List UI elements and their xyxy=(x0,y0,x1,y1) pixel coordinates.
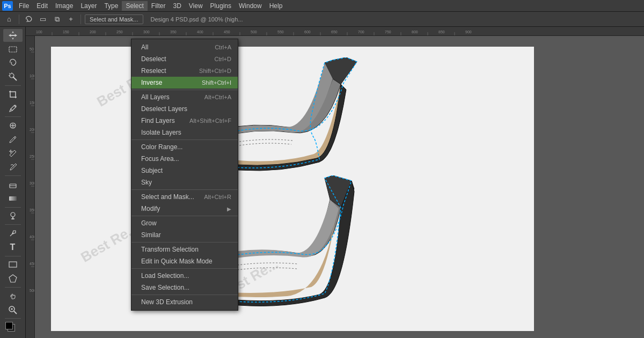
svg-text:250: 250 xyxy=(30,155,35,158)
toolbar-top: ⌂ ▭ ⧉ + Select and Mask... Design 4 PSD.… xyxy=(0,12,644,27)
ruler-horizontal: 100 150 200 250 300 350 400 450 500 550 … xyxy=(26,27,644,36)
healing-brush-tool[interactable] xyxy=(3,119,23,132)
crop-tool[interactable] xyxy=(3,88,23,101)
svg-text:150: 150 xyxy=(30,101,35,105)
svg-text:850: 850 xyxy=(438,30,445,34)
menu-select[interactable]: Select xyxy=(122,1,147,11)
custom-shape-tool[interactable] xyxy=(3,272,23,285)
eraser-tool[interactable] xyxy=(3,178,23,191)
menu-item-all-layers[interactable]: All Layers Alt+Ctrl+A xyxy=(131,91,238,103)
dodge-tool[interactable] xyxy=(3,210,23,223)
svg-text:750: 750 xyxy=(385,30,391,34)
text-tool[interactable]: T xyxy=(3,241,23,254)
menu-item-reselect[interactable]: Reselect Shift+Ctrl+D xyxy=(131,65,238,77)
menu-item-find-layers[interactable]: Find Layers Alt+Shift+Ctrl+F xyxy=(131,115,238,127)
select-dropdown-menu: All Ctrl+A Deselect Ctrl+D Reselect Shif… xyxy=(131,39,238,311)
menu-file[interactable]: File xyxy=(15,1,33,11)
menu-item-transform-selection[interactable]: Transform Selection xyxy=(131,244,238,255)
svg-text:650: 650 xyxy=(331,30,338,34)
hand-tool[interactable] xyxy=(3,290,23,303)
add-anchor-btn[interactable]: + xyxy=(65,13,77,25)
move-tool[interactable] xyxy=(3,29,23,42)
svg-text:350: 350 xyxy=(170,30,177,34)
menu-item-select-and-mask[interactable]: Select and Mask... Alt+Ctrl+R xyxy=(131,191,238,203)
menu-item-isolate-layers[interactable]: Isolate Layers xyxy=(131,127,238,138)
move-tool-btn[interactable]: ⧉ xyxy=(51,13,63,25)
menu-item-inverse[interactable]: Inverse Shift+Ctrl+I xyxy=(131,77,238,89)
menu-item-color-range[interactable]: Color Range... xyxy=(131,141,238,153)
toolbar-separator xyxy=(19,14,19,24)
rect-select-btn[interactable]: ▭ xyxy=(37,13,49,25)
pen-tool[interactable] xyxy=(3,227,23,240)
menu-bar: Ps File Edit Image Layer Type Select Fil… xyxy=(0,0,644,12)
tool-separator-7 xyxy=(5,287,21,288)
menu-item-focus-area[interactable]: Focus Area... xyxy=(131,153,238,165)
tool-separator-3 xyxy=(5,175,21,176)
svg-marker-1 xyxy=(9,31,17,40)
magic-wand-tool[interactable] xyxy=(3,70,23,83)
svg-rect-20 xyxy=(9,262,17,267)
menu-section-2: All Layers Alt+Ctrl+A Deselect Layers Fi… xyxy=(131,90,238,140)
clone-stamp-tool[interactable] xyxy=(3,147,23,160)
menu-item-load-selection[interactable]: Load Selection... xyxy=(131,270,238,282)
lasso-tool-btn[interactable] xyxy=(23,13,35,25)
svg-text:500: 500 xyxy=(30,289,35,292)
tool-separator-5 xyxy=(5,224,21,225)
lasso-tool[interactable] xyxy=(3,57,23,70)
menu-help[interactable]: Help xyxy=(266,1,287,11)
home-button[interactable]: ⌂ xyxy=(3,13,15,25)
menu-3d[interactable]: 3D xyxy=(169,1,185,11)
menu-item-all[interactable]: All Ctrl+A xyxy=(131,41,238,53)
tool-separator-6 xyxy=(5,256,21,256)
zoom-tool[interactable] xyxy=(3,304,23,317)
rectangle-shape-tool[interactable] xyxy=(3,259,23,271)
menu-layer[interactable]: Layer xyxy=(77,1,100,11)
svg-point-4 xyxy=(10,74,14,78)
svg-point-16 xyxy=(11,212,15,217)
doc-info: Design 4 PSD.psd @ 100% (high... xyxy=(151,16,243,23)
svg-text:550: 550 xyxy=(277,30,284,34)
menu-item-modify[interactable]: Modify ▶ xyxy=(131,203,238,215)
menu-item-deselect[interactable]: Deselect Ctrl+D xyxy=(131,53,238,65)
svg-line-23 xyxy=(14,311,17,314)
menu-item-quick-mask[interactable]: Edit in Quick Mask Mode xyxy=(131,255,238,267)
foreground-color xyxy=(5,322,13,329)
menu-item-new-3d-extrusion[interactable]: New 3D Extrusion xyxy=(131,296,238,308)
svg-text:350: 350 xyxy=(30,208,35,212)
gradient-tool[interactable] xyxy=(3,192,23,205)
menu-plugins[interactable]: Plugins xyxy=(207,1,235,11)
brush-tool[interactable] xyxy=(3,133,23,146)
menu-item-similar[interactable]: Similar xyxy=(131,229,238,241)
menu-view[interactable]: View xyxy=(185,1,207,11)
svg-text:900: 900 xyxy=(465,30,472,34)
toolbar-separator-2 xyxy=(80,14,81,24)
svg-text:700: 700 xyxy=(358,30,364,34)
history-brush-tool[interactable] xyxy=(3,161,23,174)
rectangular-marquee-tool[interactable] xyxy=(3,43,23,56)
color-swatches[interactable] xyxy=(4,322,21,335)
menu-section-5: Grow Similar xyxy=(131,216,238,243)
menu-section-4: Select and Mask... Alt+Ctrl+R Modify ▶ xyxy=(131,190,238,216)
svg-text:250: 250 xyxy=(116,30,123,34)
menu-section-7: Load Selection... Save Selection... xyxy=(131,269,238,295)
tool-separator-8 xyxy=(5,318,21,319)
menu-type[interactable]: Type xyxy=(100,1,122,11)
menu-edit[interactable]: Edit xyxy=(33,1,52,11)
menu-section-6: Transform Selection Edit in Quick Mask M… xyxy=(131,243,238,269)
menu-item-save-selection[interactable]: Save Selection... xyxy=(131,282,238,293)
select-mask-button[interactable]: Select and Mask... xyxy=(85,14,143,24)
menu-image[interactable]: Image xyxy=(52,1,77,11)
eyedropper-tool[interactable] xyxy=(3,102,23,115)
svg-text:600: 600 xyxy=(304,30,311,34)
menu-item-subject[interactable]: Subject xyxy=(131,165,238,177)
menu-item-deselect-layers[interactable]: Deselect Layers xyxy=(131,103,238,115)
svg-text:50: 50 xyxy=(30,47,34,51)
left-toolbar: T xyxy=(0,27,26,338)
svg-text:200: 200 xyxy=(30,128,35,131)
menu-item-grow[interactable]: Grow xyxy=(131,217,238,229)
menu-filter[interactable]: Filter xyxy=(148,1,170,11)
svg-rect-15 xyxy=(9,196,17,201)
menu-item-sky[interactable]: Sky xyxy=(131,177,238,188)
svg-point-19 xyxy=(12,233,13,234)
menu-window[interactable]: Window xyxy=(235,1,266,11)
